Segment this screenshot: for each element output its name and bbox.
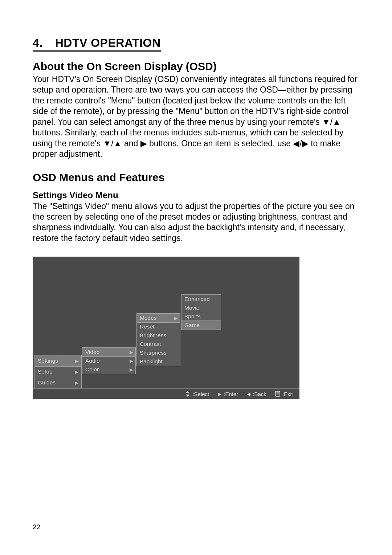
osd-main-item-setup[interactable]: Setup ▶ [35, 366, 81, 377]
osd-sub-label: Game [184, 322, 200, 328]
osd-main-label: Guides [38, 379, 56, 386]
settings-video-heading: Settings Video Menu [33, 190, 359, 200]
osd-main-label: Settings [38, 358, 58, 364]
osd-sub-label: Color [85, 366, 99, 373]
osd-sub-label: Movie [184, 305, 199, 311]
osd-sub-label: Sports [184, 313, 201, 320]
osd-sub-label: Video [85, 349, 99, 355]
osd-modes-item-movie[interactable]: Movie [181, 303, 221, 312]
chevron-right-icon: ▶ [75, 369, 78, 375]
left-arrow-icon: ◀ [247, 391, 250, 397]
osd-legend: :Select ▶ :Enter ◀ :Back :Exit [33, 388, 299, 399]
menu-icon [275, 391, 280, 397]
chevron-right-icon: ▶ [75, 380, 78, 385]
legend-exit: :Exit [275, 391, 293, 397]
osd-main-item-guides[interactable]: Guides ▶ [35, 377, 81, 388]
osd-screenshot: Settings ▶ Setup ▶ Guides ▶ Video ▶ Audi… [33, 257, 299, 399]
osd-sub-label: Contrast [140, 341, 161, 347]
legend-label: :Exit [282, 391, 293, 397]
osd-main-menu: Settings ▶ Setup ▶ Guides ▶ [34, 355, 82, 388]
right-arrow-icon: ▶ [218, 391, 221, 397]
osd-settings-item-video[interactable]: Video ▶ [82, 347, 136, 357]
osd-settings-item-audio[interactable]: Audio ▶ [82, 356, 135, 365]
chevron-right-icon: ▶ [75, 358, 78, 364]
settings-video-body: The "Settings Video" menu allows you to … [33, 201, 359, 244]
osd-settings-item-color[interactable]: Color ▶ [82, 365, 135, 374]
svg-marker-0 [186, 391, 189, 393]
legend-back: ◀ :Back [247, 391, 266, 397]
osd-video-item-contrast[interactable]: Contrast [137, 340, 180, 348]
osd-sub-label: Audio [85, 358, 100, 364]
osd-sub-label: Enhanced [184, 296, 210, 302]
about-heading: About the On Screen Display (OSD) [33, 60, 359, 73]
osd-modes-submenu: Enhanced Movie Sports Game [181, 294, 221, 330]
osd-video-item-modes[interactable]: Modes ▶ [136, 313, 180, 323]
section-title: 4.HDTV OPERATION [33, 36, 161, 52]
osd-sub-label: Modes [140, 315, 157, 321]
legend-select: :Select [185, 391, 209, 397]
osd-sub-label: Brightness [140, 332, 166, 339]
about-body: Your HDTV's On Screen Display (OSD) conv… [33, 74, 359, 160]
osd-modes-item-enhanced[interactable]: Enhanced [181, 295, 221, 303]
osd-sub-label: Reset [140, 323, 155, 330]
legend-label: :Back [253, 391, 266, 397]
legend-enter: ▶ :Enter [218, 391, 238, 397]
up-down-icon [185, 391, 190, 397]
osd-settings-submenu: Video ▶ Audio ▶ Color ▶ [82, 347, 136, 374]
osd-modes-item-game[interactable]: Game [181, 321, 221, 330]
osd-sub-label: Sharpness [140, 350, 167, 356]
chevron-right-icon: ▶ [130, 367, 133, 372]
osd-modes-item-sports[interactable]: Sports [181, 312, 221, 321]
chevron-right-icon: ▶ [130, 358, 133, 364]
osd-video-item-sharpness[interactable]: Sharpness [137, 348, 180, 357]
osd-video-item-backlight[interactable]: Backlight [137, 357, 180, 366]
osd-video-item-reset[interactable]: Reset [137, 322, 180, 331]
osd-video-item-brightness[interactable]: Brightness [137, 331, 180, 340]
page-number: 22 [33, 523, 40, 531]
legend-label: :Select [192, 391, 209, 397]
svg-marker-1 [186, 395, 189, 397]
legend-label: :Enter [224, 391, 238, 397]
manual-page: 4.HDTV OPERATION About the On Screen Dis… [0, 0, 392, 555]
section-number: 4. [33, 36, 43, 49]
osd-sub-label: Backlight [140, 358, 163, 365]
osd-main-item-settings[interactable]: Settings ▶ [34, 355, 82, 367]
osd-main-label: Setup [38, 368, 53, 375]
chevron-right-icon: ▶ [130, 350, 133, 355]
menus-heading: OSD Menus and Features [33, 171, 359, 184]
osd-video-submenu: Modes ▶ Reset Brightness Contrast Sharpn… [136, 313, 180, 366]
section-title-text: HDTV OPERATION [55, 36, 161, 49]
chevron-right-icon: ▶ [174, 315, 178, 321]
